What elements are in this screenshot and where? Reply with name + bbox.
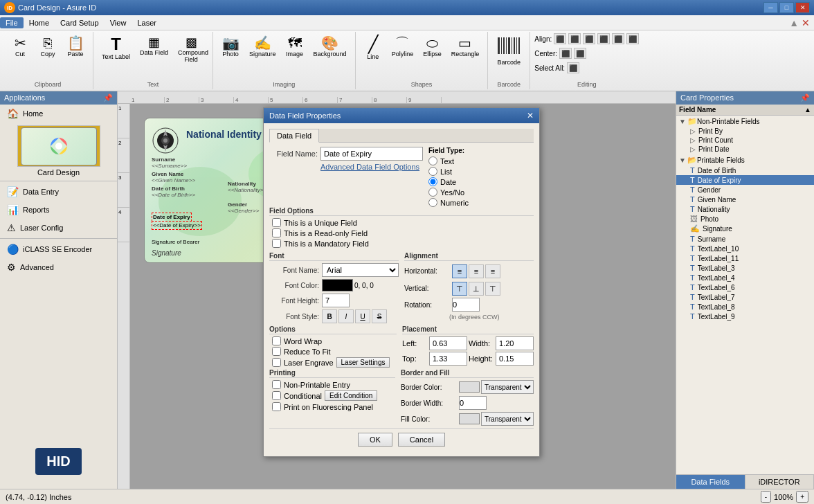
ribbon-collapse[interactable]: ▲ [789, 17, 799, 28]
tree-item-date-of-birth[interactable]: T Date of Birth [676, 165, 814, 175]
rotation-input[interactable] [452, 298, 480, 312]
rectangle-button[interactable]: ▭ Rectangle [447, 33, 484, 60]
radio-date[interactable] [428, 177, 437, 186]
align-v-bottom[interactable]: ⊤ [485, 282, 500, 296]
menu-view[interactable]: View [105, 17, 132, 28]
word-wrap-checkbox[interactable] [272, 336, 281, 345]
cut-button[interactable]: ✂ Cut [7, 33, 33, 60]
bold-button[interactable]: B [322, 309, 337, 323]
text-label-button[interactable]: T Text Label [98, 33, 134, 63]
compound-field-button[interactable]: ▩ Compound Field [174, 33, 208, 66]
data-field-button[interactable]: ▦ Data Field [136, 33, 172, 59]
ok-button[interactable]: OK [358, 433, 392, 447]
signature-button[interactable]: ✍ Signature [245, 33, 280, 60]
field-name-input[interactable] [320, 147, 423, 161]
menu-laser[interactable]: Laser [132, 17, 162, 28]
border-color-swatch[interactable] [459, 381, 480, 393]
align-center-btn[interactable]: ⬛ [568, 33, 581, 44]
readonly-checkbox[interactable] [272, 228, 281, 237]
center-v-btn[interactable]: ⬛ [574, 48, 586, 59]
underline-button[interactable]: U [355, 309, 370, 323]
sort-icon[interactable]: ▲ [804, 106, 811, 114]
tree-item-surname[interactable]: T Surname [676, 234, 814, 244]
ellipse-button[interactable]: ⬭ Ellipse [419, 33, 446, 60]
font-height-input[interactable] [322, 294, 350, 307]
non-printable-header[interactable]: ▼ 📁 Non-Printable Fields [676, 116, 814, 127]
photo-button[interactable]: 📷 Photo [217, 33, 244, 60]
tree-item-date-of-expiry[interactable]: T Date of Expiry [676, 175, 814, 185]
menu-home[interactable]: Home [24, 17, 55, 28]
tree-item-photo[interactable]: 🖼 Photo [676, 214, 814, 224]
align-right-btn[interactable]: ⬛ [583, 33, 595, 44]
align-h-right[interactable]: ≡ [485, 264, 500, 278]
align-bottom-btn[interactable]: ⬛ [626, 33, 639, 44]
paste-button[interactable]: 📋 Paste [62, 33, 89, 60]
zoom-in-button[interactable]: + [796, 491, 808, 503]
align-h-center[interactable]: ≡ [469, 264, 484, 278]
border-color-select[interactable]: Transparent [481, 380, 534, 394]
border-width-input[interactable] [459, 396, 487, 410]
radio-text[interactable] [428, 156, 437, 165]
laser-engrave-checkbox[interactable] [272, 358, 281, 367]
align-h-left[interactable]: ≡ [452, 264, 467, 278]
image-button[interactable]: 🗺 Image [282, 33, 308, 60]
unique-checkbox[interactable] [272, 218, 281, 227]
cancel-button[interactable]: Cancel [398, 433, 445, 447]
sidebar-item-laser-config[interactable]: ⚠ Laser Config [0, 219, 117, 237]
align-v-middle[interactable]: ⊥ [469, 282, 484, 296]
align-left-btn[interactable]: ⬛ [554, 33, 566, 44]
line-button[interactable]: ╱ Line [360, 33, 386, 63]
sidebar-pin-icon[interactable]: 📌 [103, 93, 113, 102]
tab-data-fields[interactable]: Data Fields [676, 475, 745, 489]
dialog-close-button[interactable]: ✕ [527, 111, 534, 120]
close-button[interactable]: ✕ [795, 2, 810, 13]
align-middle-btn[interactable]: ⬛ [612, 33, 624, 44]
left-input[interactable] [429, 336, 467, 350]
reduce-fit-checkbox[interactable] [272, 347, 281, 356]
select-all-btn[interactable]: ⬛ [567, 62, 579, 73]
minimize-button[interactable]: ─ [763, 2, 778, 13]
dialog-tab-data-field[interactable]: Data Field [269, 129, 319, 143]
sidebar-item-advanced[interactable]: ⚙ Advanced [0, 258, 117, 276]
tab-idirector[interactable]: iDIRECTOR [745, 475, 815, 489]
tree-item-textlabel-11[interactable]: T TextLabel_11 [676, 253, 814, 263]
tree-item-gender[interactable]: T Gender [676, 185, 814, 195]
strikethrough-button[interactable]: S [372, 309, 387, 323]
radio-list[interactable] [428, 167, 437, 176]
mandatory-checkbox[interactable] [272, 239, 281, 248]
conditional-checkbox[interactable] [272, 391, 281, 400]
advanced-options-link[interactable]: Advanced Data Field Options [320, 163, 419, 171]
edit-condition-button[interactable]: Edit Condition [325, 390, 377, 401]
polyline-button[interactable]: ⌒ Polyline [388, 33, 418, 60]
tree-item-textlabel-6[interactable]: T TextLabel_6 [676, 282, 814, 292]
fill-color-swatch[interactable] [459, 413, 480, 424]
tree-item-textlabel-3[interactable]: T TextLabel_3 [676, 263, 814, 273]
tree-item-given-name[interactable]: T Given Name [676, 195, 814, 204]
sidebar-item-home[interactable]: 🏠 Home [0, 105, 117, 123]
maximize-button[interactable]: □ [779, 2, 794, 13]
tree-item-textlabel-4[interactable]: T TextLabel_4 [676, 273, 814, 282]
font-name-select[interactable]: Arial [322, 263, 399, 277]
tree-item-textlabel-7[interactable]: T TextLabel_7 [676, 292, 814, 302]
tree-item-textlabel-10[interactable]: T TextLabel_10 [676, 244, 814, 253]
sidebar-item-card-design[interactable]: Card Design [0, 123, 117, 179]
non-printable-checkbox[interactable] [272, 380, 281, 389]
radio-numeric[interactable] [428, 198, 437, 207]
align-v-top[interactable]: ⊤ [452, 282, 467, 296]
top-input[interactable] [429, 352, 467, 366]
copy-button[interactable]: ⎘ Copy [35, 33, 61, 60]
printable-header[interactable]: ▼ 📂 Printable Fields [676, 155, 814, 165]
background-button[interactable]: 🎨 Background [309, 33, 351, 60]
barcode-button[interactable]: Barcode [492, 33, 525, 69]
menu-file[interactable]: File [0, 17, 24, 28]
italic-button[interactable]: I [338, 309, 354, 323]
width-input[interactable] [496, 336, 534, 350]
sidebar-item-reports[interactable]: 📊 Reports [0, 201, 117, 219]
menu-card-setup[interactable]: Card Setup [55, 17, 105, 28]
tree-item-textlabel-9[interactable]: T TextLabel_9 [676, 312, 814, 321]
tree-item-print-count[interactable]: ▷ Print Count [676, 136, 814, 145]
sidebar-item-data-entry[interactable]: 📝 Data Entry [0, 183, 117, 201]
radio-yesno[interactable] [428, 188, 437, 197]
height-input[interactable] [496, 352, 534, 366]
fluorescing-checkbox[interactable] [272, 402, 281, 411]
